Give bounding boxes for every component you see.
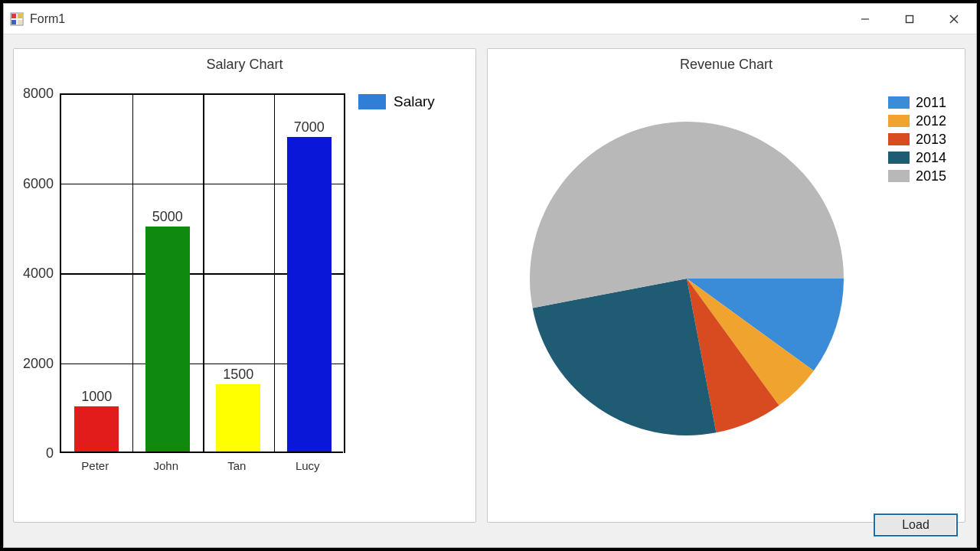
svg-rect-3 bbox=[11, 20, 16, 24]
bar-peter bbox=[74, 406, 119, 452]
legend-swatch bbox=[888, 133, 910, 145]
svg-rect-6 bbox=[906, 15, 913, 22]
legend-swatch-salary bbox=[358, 94, 386, 109]
legend-label: 2013 bbox=[916, 130, 946, 148]
maximize-button[interactable] bbox=[887, 4, 932, 34]
legend-item-2012: 2012 bbox=[888, 112, 946, 130]
legend-item-2014: 2014 bbox=[888, 148, 946, 167]
legend-label-salary: Salary bbox=[394, 93, 435, 110]
bar-value-label: 7000 bbox=[279, 119, 340, 135]
revenue-chart-plot bbox=[526, 118, 848, 439]
salary-chart: Salary Chart Salary 02000400060008000100… bbox=[13, 48, 476, 523]
legend-item-2011: 2011 bbox=[888, 93, 946, 112]
bar-lucy bbox=[287, 137, 332, 452]
close-button[interactable] bbox=[932, 4, 976, 34]
legend-swatch bbox=[888, 152, 910, 164]
y-tick-label: 2000 bbox=[15, 355, 54, 371]
svg-rect-1 bbox=[11, 14, 16, 18]
x-tick-label: Tan bbox=[202, 459, 271, 472]
load-button-label: Load bbox=[902, 518, 929, 532]
client-area: Salary Chart Salary 02000400060008000100… bbox=[4, 34, 976, 547]
salary-chart-plot: 020004000600080001000500015007000 PeterJ… bbox=[60, 93, 343, 484]
legend-item-2013: 2013 bbox=[888, 130, 946, 148]
x-tick-label: Peter bbox=[60, 459, 129, 472]
legend-label: 2014 bbox=[916, 148, 946, 167]
revenue-chart: Revenue Chart 20112012201320142015 bbox=[487, 48, 965, 523]
minimize-button[interactable] bbox=[843, 4, 887, 34]
x-tick-label: John bbox=[132, 459, 201, 472]
window-controls bbox=[843, 4, 976, 34]
legend-label: 2012 bbox=[916, 112, 946, 130]
load-button[interactable]: Load bbox=[874, 514, 958, 536]
salary-chart-legend: Salary bbox=[358, 93, 435, 110]
y-tick-label: 8000 bbox=[15, 86, 54, 102]
svg-rect-2 bbox=[18, 14, 22, 18]
titlebar[interactable]: Form1 bbox=[4, 4, 976, 34]
svg-rect-4 bbox=[18, 20, 22, 24]
app-icon bbox=[10, 12, 24, 26]
bar-john bbox=[145, 227, 190, 452]
bar-tan bbox=[216, 384, 260, 452]
revenue-chart-legend: 20112012201320142015 bbox=[888, 93, 946, 185]
salary-chart-title: Salary Chart bbox=[14, 49, 475, 77]
x-tick-label: Lucy bbox=[273, 459, 342, 472]
revenue-chart-title: Revenue Chart bbox=[488, 49, 965, 77]
window-title: Form1 bbox=[30, 12, 65, 26]
y-tick-label: 0 bbox=[15, 445, 54, 461]
legend-item-2015: 2015 bbox=[888, 167, 946, 185]
legend-swatch bbox=[888, 96, 910, 109]
bar-value-label: 1000 bbox=[66, 389, 127, 405]
app-window: Form1 Salary Chart Salary bbox=[3, 3, 977, 548]
legend-swatch bbox=[888, 170, 910, 182]
legend-swatch bbox=[888, 115, 910, 127]
y-tick-label: 4000 bbox=[15, 266, 54, 282]
bar-value-label: 1500 bbox=[207, 367, 269, 383]
bar-value-label: 5000 bbox=[137, 209, 198, 225]
y-tick-label: 6000 bbox=[15, 175, 54, 191]
legend-label: 2015 bbox=[916, 167, 946, 185]
legend-label: 2011 bbox=[916, 93, 946, 112]
